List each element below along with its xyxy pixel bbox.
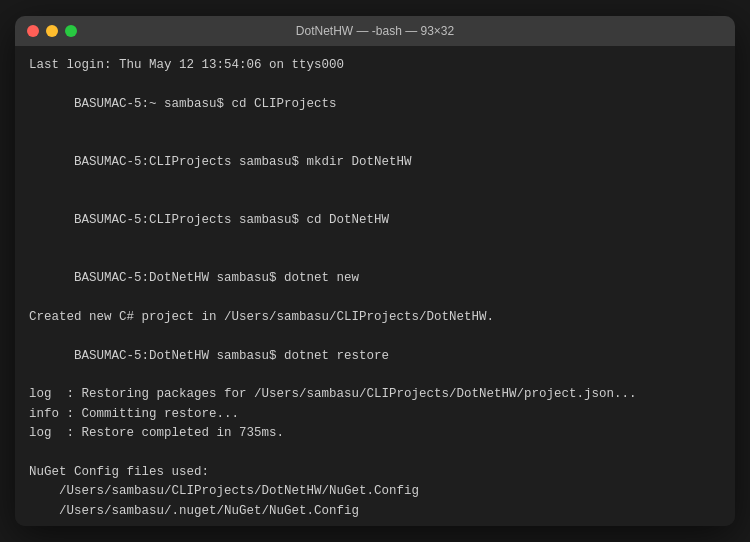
list-item: info : Committing restore... — [29, 405, 721, 424]
traffic-lights — [27, 25, 77, 37]
command: cd CLIProjects — [232, 97, 337, 111]
window-title: DotNetHW — -bash — 93×32 — [296, 24, 454, 38]
terminal-body[interactable]: Last login: Thu May 12 13:54:06 on ttys0… — [15, 46, 735, 526]
prompt: BASUMAC-5:DotNetHW sambasu$ — [74, 349, 284, 363]
list-item: BASUMAC-5:DotNetHW sambasu$ dotnet resto… — [29, 327, 721, 385]
terminal-window: DotNetHW — -bash — 93×32 Last login: Thu… — [15, 16, 735, 526]
list-item: log : Restoring packages for /Users/samb… — [29, 385, 721, 404]
maximize-button[interactable] — [65, 25, 77, 37]
list-item: NuGet Config files used: — [29, 463, 721, 482]
command: dotnet restore — [284, 349, 389, 363]
list-item: BASUMAC-5:~ sambasu$ cd CLIProjects — [29, 75, 721, 133]
list-item: Last login: Thu May 12 13:54:06 on ttys0… — [29, 56, 721, 75]
list-item — [29, 444, 721, 463]
command: mkdir DotNetHW — [307, 155, 412, 169]
prompt: BASUMAC-5:DotNetHW sambasu$ — [74, 271, 284, 285]
prompt: BASUMAC-5:CLIProjects sambasu$ — [74, 155, 307, 169]
close-button[interactable] — [27, 25, 39, 37]
prompt: BASUMAC-5:CLIProjects sambasu$ — [74, 213, 307, 227]
list-item: Created new C# project in /Users/sambasu… — [29, 308, 721, 327]
list-item: /Users/sambasu/CLIProjects/DotNetHW/NuGe… — [29, 482, 721, 501]
list-item: BASUMAC-5:DotNetHW sambasu$ dotnet new — [29, 250, 721, 308]
list-item: log : Restore completed in 735ms. — [29, 424, 721, 443]
list-item: BASUMAC-5:CLIProjects sambasu$ cd DotNet… — [29, 192, 721, 250]
list-item: BASUMAC-5:CLIProjects sambasu$ mkdir Dot… — [29, 134, 721, 192]
command: dotnet new — [284, 271, 359, 285]
minimize-button[interactable] — [46, 25, 58, 37]
list-item: /Users/sambasu/.nuget/NuGet/NuGet.Config — [29, 502, 721, 521]
command: cd DotNetHW — [307, 213, 390, 227]
titlebar: DotNetHW — -bash — 93×32 — [15, 16, 735, 46]
list-item — [29, 521, 721, 526]
prompt: BASUMAC-5:~ sambasu$ — [74, 97, 232, 111]
